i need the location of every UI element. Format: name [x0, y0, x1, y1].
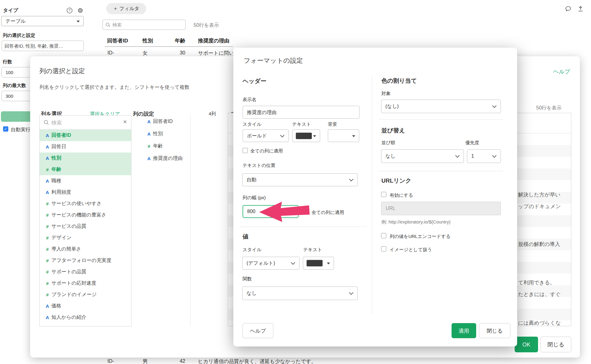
modal-help-button[interactable]: ヘルプ	[243, 323, 273, 338]
column-search-input[interactable]: 検索 ✕	[40, 116, 131, 130]
column-list-item[interactable]: A知人からの紹介	[40, 312, 131, 323]
auto-run-checkbox[interactable]: ✓	[3, 126, 8, 132]
text-type-icon: A	[43, 315, 51, 320]
preview-cell-fragment: て利用できる。	[518, 279, 555, 286]
url-input[interactable]: URL	[381, 202, 501, 215]
col-width-input[interactable]: 800	[243, 205, 299, 218]
add-filter-button[interactable]: ＋ フィルタ	[106, 3, 146, 14]
text-type-icon: A	[145, 131, 153, 136]
column-name: サービスの品質	[51, 223, 86, 230]
column-list-item[interactable]: #サービスの品質	[40, 221, 131, 232]
help-icon[interactable]: ?	[66, 7, 73, 14]
url-example: 例: http://exploratory.io/${Country}	[381, 219, 451, 225]
section-divider	[379, 171, 503, 171]
column-count: 4列	[209, 111, 216, 117]
svg-text:?: ?	[69, 8, 71, 13]
column-list-item[interactable]: #アフターフォローの充実度	[40, 255, 131, 266]
search-icon	[106, 22, 111, 27]
color-swatch	[296, 133, 312, 139]
header-style-select[interactable]: ボールド	[243, 129, 289, 142]
sort-order-select[interactable]: なし	[381, 149, 464, 163]
column-name: サービスの機能の豊富さ	[51, 212, 106, 218]
dialog-help-link[interactable]: ヘルプ	[553, 68, 570, 75]
value-text-label: テキスト	[303, 247, 322, 253]
column-list-item[interactable]: #サービスの機能の豊富さ	[40, 209, 131, 221]
column-list-item[interactable]: #サービスの使いやすさ	[40, 198, 131, 209]
value-text-color-select[interactable]	[303, 257, 334, 270]
column-picker: 検索 ✕ A回答者IDA回答日A性別#年齢A職種A利用頻度#サービスの使いやすさ…	[39, 115, 131, 326]
preview-cell-fragment: には薦めづらくな	[518, 319, 561, 326]
column-list-item[interactable]: A回答日	[40, 141, 131, 152]
numeric-type-icon: #	[43, 292, 51, 297]
text-type-icon: A	[43, 133, 51, 138]
numeric-type-icon: #	[43, 235, 51, 240]
number-stepper[interactable]	[292, 210, 294, 214]
chart-type-select[interactable]: テーブル	[1, 16, 84, 26]
sort-priority-select[interactable]: 1	[467, 149, 501, 163]
header-apply-all-checkbox[interactable]	[243, 148, 248, 153]
apply-button[interactable]: 適用	[452, 323, 476, 338]
col-header-id[interactable]: 回答者ID	[107, 37, 128, 44]
column-list-item[interactable]: #ブランドのイメージ	[40, 289, 131, 300]
url-section-heading: URLリンク	[381, 177, 411, 185]
url-encode-checkbox[interactable]	[381, 233, 386, 238]
comment-icon[interactable]	[565, 6, 572, 12]
max-cols-label: 列の最大数	[3, 83, 26, 89]
row-count-label: 行数	[3, 59, 12, 65]
column-list-item[interactable]: A性別	[40, 152, 131, 164]
preview-cell-fragment: ップのドキュメン	[518, 203, 561, 210]
function-label: 関数	[243, 276, 252, 282]
column-list-item[interactable]: #サポートの応対速度	[40, 278, 131, 289]
preview-rows-shown: 50行を表示	[536, 105, 561, 111]
ok-button[interactable]: OK	[515, 337, 538, 352]
gear-icon[interactable]	[77, 7, 83, 14]
numeric-type-icon: #	[43, 201, 51, 206]
chevron-down-icon	[492, 153, 497, 158]
search-icon	[44, 120, 49, 125]
header-bg-color-select[interactable]	[328, 129, 359, 142]
column-list-item[interactable]: A価格	[40, 300, 131, 312]
col-header-age[interactable]: 年齢	[166, 37, 185, 44]
caret-down-icon	[327, 263, 330, 264]
chevron-down-icon	[455, 153, 460, 158]
header-text-color-select[interactable]	[292, 129, 320, 142]
column-list-item[interactable]: #導入の簡単さ	[40, 243, 131, 255]
value-style-select[interactable]: (デフォルト)	[242, 257, 300, 270]
display-name-input[interactable]: 推奨度の理由	[243, 106, 360, 119]
selected-column-item[interactable]: #年齢	[131, 140, 190, 152]
close-icon[interactable]: ✕	[123, 119, 127, 125]
width-apply-all-checkbox[interactable]	[304, 209, 309, 214]
auto-run-label: 自動実行	[11, 127, 30, 133]
function-select[interactable]: なし	[242, 287, 358, 300]
col-header-reason[interactable]: 推奨度の理由	[198, 37, 229, 44]
chevron-down-icon	[349, 177, 353, 181]
columns-summary-input[interactable]: 回答者ID, 性別, 年齢, 推奨…	[2, 41, 84, 51]
text-position-select[interactable]: 自動	[242, 173, 358, 186]
caret-down-icon	[313, 135, 316, 137]
selected-column-item[interactable]: A推奨度の理由	[131, 152, 190, 164]
modal-close-button[interactable]: 閉じる	[479, 323, 510, 338]
table-search-input[interactable]: 検索	[103, 20, 186, 30]
text-type-icon: A	[145, 119, 153, 124]
selected-column-item[interactable]: A回答者ID	[131, 115, 190, 128]
column-divider	[372, 77, 372, 314]
dialog-close-button[interactable]: 閉じる	[541, 337, 571, 352]
column-list-item[interactable]: #デザイン	[40, 232, 131, 243]
column-list-item[interactable]: A利用頻度	[40, 187, 131, 198]
text-type-icon: A	[43, 156, 51, 161]
section-divider	[240, 227, 367, 227]
color-target-select[interactable]: (なし)	[381, 100, 501, 113]
column-list-item[interactable]: A職種	[40, 175, 131, 187]
column-list-item[interactable]: A	[40, 323, 131, 326]
url-image-checkbox[interactable]	[381, 246, 386, 251]
column-list-item[interactable]: #サポートの品質	[40, 266, 131, 278]
upload-icon[interactable]	[577, 5, 584, 12]
selected-column-item[interactable]: A性別	[131, 128, 190, 140]
url-enable-checkbox[interactable]	[381, 192, 386, 197]
chevron-down-icon	[492, 104, 497, 108]
column-list-item[interactable]: #年齢	[40, 164, 131, 175]
column-name: 導入の簡単さ	[51, 246, 81, 252]
col-header-gender[interactable]: 性別	[143, 37, 153, 44]
column-list-item[interactable]: A回答者ID	[40, 130, 131, 141]
column-name: デザイン	[51, 235, 72, 241]
